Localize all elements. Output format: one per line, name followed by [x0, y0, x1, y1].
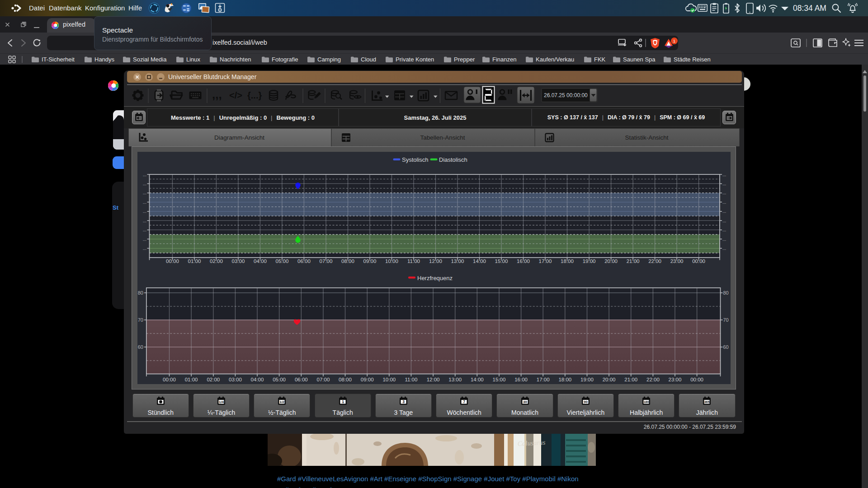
svg-text:16:00: 16:00 — [517, 258, 530, 264]
svg-text:16:00: 16:00 — [514, 377, 528, 382]
svg-text:15:00: 15:00 — [495, 258, 508, 264]
svg-text:01:00: 01:00 — [188, 258, 201, 264]
svg-text:12:00: 12:00 — [427, 377, 440, 382]
svg-text:...: ... — [722, 237, 726, 242]
svg-text:00:00: 00:00 — [690, 377, 703, 382]
svg-text:06:00: 06:00 — [295, 377, 308, 382]
svg-text:Systolisch: Systolisch — [402, 156, 429, 163]
svg-text:30: 30 — [523, 400, 527, 404]
svg-text:90: 90 — [584, 400, 588, 404]
svg-text:18:00: 18:00 — [558, 377, 571, 382]
svg-text:60: 60 — [723, 344, 729, 350]
svg-text:23:00: 23:00 — [670, 258, 684, 264]
svg-text:06:00: 06:00 — [297, 258, 311, 264]
svg-text:02:00: 02:00 — [207, 377, 220, 382]
svg-text:04:00: 04:00 — [254, 258, 267, 264]
svg-text:...: ... — [143, 181, 146, 186]
svg-text:17:00: 17:00 — [539, 258, 552, 264]
svg-text:09:00: 09:00 — [361, 377, 374, 382]
svg-text:Diastolisch: Diastolisch — [439, 156, 467, 163]
svg-text:03:00: 03:00 — [232, 258, 245, 264]
svg-text:1/4: 1/4 — [219, 400, 224, 404]
svg-text:</>: </> — [229, 90, 242, 100]
svg-text:08:00: 08:00 — [341, 258, 354, 264]
svg-text:05:00: 05:00 — [276, 258, 289, 264]
svg-text:08:00: 08:00 — [339, 377, 352, 382]
svg-text:60: 60 — [138, 344, 143, 350]
svg-text:05:00: 05:00 — [273, 377, 286, 382]
svg-text:70: 70 — [723, 317, 729, 323]
svg-text:01:00: 01:00 — [185, 377, 198, 382]
svg-text:80: 80 — [138, 290, 143, 296]
svg-text:13:00: 13:00 — [451, 258, 464, 264]
svg-text:12:00: 12:00 — [429, 258, 442, 264]
svg-text:15:00: 15:00 — [493, 377, 506, 382]
svg-text:365: 365 — [704, 400, 710, 404]
svg-text:17:00: 17:00 — [537, 377, 550, 382]
svg-text:13:00: 13:00 — [448, 377, 462, 382]
svg-text:02:00: 02:00 — [210, 258, 223, 264]
svg-text:7: 7 — [463, 399, 465, 404]
svg-text:04:00: 04:00 — [251, 377, 264, 382]
svg-text:19:00: 19:00 — [583, 258, 596, 264]
svg-text:...: ... — [722, 181, 726, 186]
svg-text:...: ... — [143, 218, 146, 223]
svg-text:22:00: 22:00 — [646, 377, 660, 382]
svg-text:11:00: 11:00 — [405, 377, 417, 382]
svg-text:...: ... — [722, 190, 726, 195]
svg-text:09:00: 09:00 — [363, 258, 377, 264]
svg-text:19:00: 19:00 — [580, 377, 594, 382]
svg-text:22:00: 22:00 — [648, 258, 661, 264]
svg-text:23:00: 23:00 — [669, 377, 682, 382]
svg-text:{...}: {...} — [247, 90, 262, 100]
svg-text:03:00: 03:00 — [229, 377, 242, 382]
svg-text:...: ... — [143, 172, 146, 177]
svg-text:10:00: 10:00 — [385, 258, 398, 264]
svg-text:...: ... — [722, 246, 726, 251]
svg-text:...: ... — [143, 190, 146, 195]
svg-text:26.07.25 00:00:00: 26.07.25 00:00:00 — [544, 92, 588, 99]
svg-text:...: ... — [722, 172, 726, 177]
svg-text:70: 70 — [138, 317, 143, 323]
svg-text:18:00: 18:00 — [561, 258, 574, 264]
svg-text:Herzfrequenz: Herzfrequenz — [417, 275, 453, 282]
svg-text:00:00: 00:00 — [166, 258, 179, 264]
svg-text:...: ... — [143, 200, 146, 205]
svg-text:07:00: 07:00 — [320, 258, 333, 264]
svg-text:,,,: ,,, — [212, 88, 222, 101]
svg-text:...: ... — [143, 237, 146, 242]
svg-text:...: ... — [722, 200, 726, 205]
svg-text:07:00: 07:00 — [317, 377, 330, 382]
svg-text:...: ... — [722, 227, 726, 232]
svg-text:14:00: 14:00 — [473, 258, 486, 264]
svg-text:...: ... — [143, 227, 146, 232]
svg-text:...: ... — [722, 218, 726, 223]
svg-text:...: ... — [722, 209, 726, 214]
svg-text:1: 1 — [342, 399, 344, 404]
svg-text:...: ... — [143, 209, 146, 214]
svg-text:10:00: 10:00 — [382, 377, 396, 382]
svg-text:21:00: 21:00 — [624, 377, 637, 382]
svg-text:00:00: 00:00 — [163, 377, 176, 382]
svg-text:20:00: 20:00 — [603, 377, 616, 382]
svg-text:14:00: 14:00 — [471, 377, 484, 382]
svg-text:11:00: 11:00 — [407, 258, 420, 264]
svg-text:1/2: 1/2 — [279, 400, 285, 404]
svg-text:Calusarus: Calusarus — [517, 439, 546, 447]
svg-text:00:00: 00:00 — [692, 258, 705, 264]
svg-text:180: 180 — [644, 400, 649, 404]
svg-text:21:00: 21:00 — [627, 258, 640, 264]
svg-text:80: 80 — [723, 290, 729, 296]
svg-text:...: ... — [143, 246, 146, 251]
svg-text:20:00: 20:00 — [604, 258, 618, 264]
svg-text:3: 3 — [402, 399, 405, 404]
